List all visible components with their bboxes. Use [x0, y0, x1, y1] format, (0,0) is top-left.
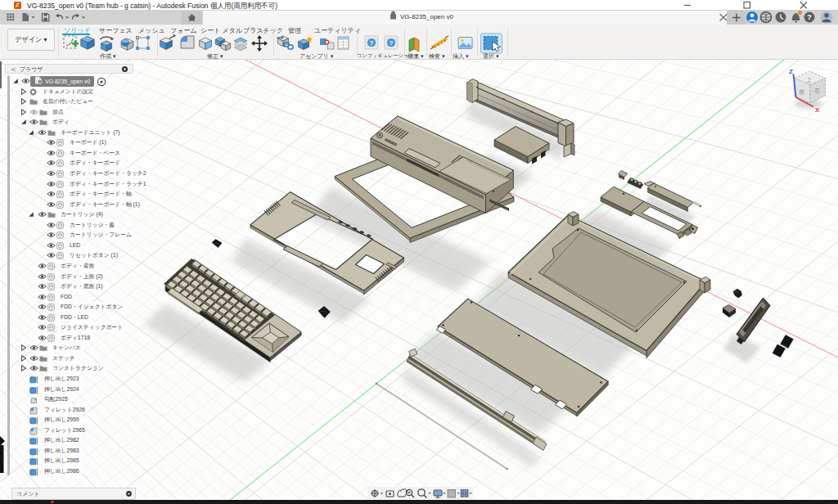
svg-text:?: ?: [370, 39, 374, 47]
svg-text:?: ?: [807, 13, 812, 21]
svg-text:X: X: [815, 106, 820, 114]
svg-text:右: 右: [814, 88, 820, 94]
svg-text:上: 上: [806, 77, 812, 83]
svg-text:前: 前: [799, 89, 804, 95]
svg-text:Z: Z: [789, 68, 793, 75]
svg-text:?: ?: [390, 39, 394, 47]
